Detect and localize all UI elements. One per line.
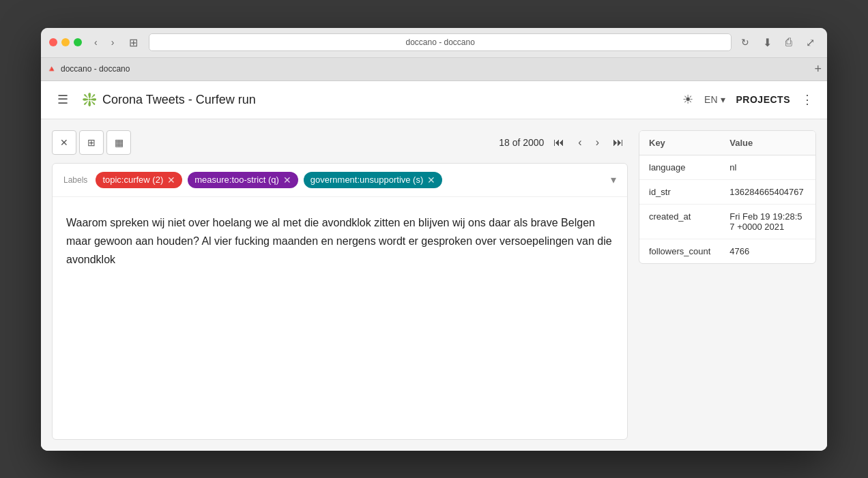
filter-button[interactable]: ⊞ [79, 130, 104, 155]
labels-title: Labels [63, 175, 87, 185]
col-key-header: Key [639, 131, 720, 155]
browser-window: ‹ › ⊞ doccano - doccano ↻ ⬇ ⎙ ⤢ 🔺 doccan… [41, 28, 827, 451]
meta-value-cell: 4766 [720, 239, 815, 263]
app-content: ☰ ❇️ Corona Tweets - Curfew run ☀ EN ▾ P… [41, 81, 827, 451]
label-chip-government: government:unsupportive (s) ✕ [304, 172, 442, 188]
labels-dropdown-button[interactable]: ▾ [611, 173, 616, 186]
meta-key-cell: id_str [639, 179, 720, 204]
traffic-lights [49, 38, 82, 46]
tab-favicon: 🔺 [46, 64, 57, 74]
language-label: EN [704, 94, 717, 105]
main-body: ✕ ⊞ ▦ 18 of 2000 ⏮ ‹ › ⏭ [41, 119, 827, 451]
language-arrow-icon: ▾ [721, 94, 725, 105]
labels-section: Labels topic:curfew (2) ✕ measure:too-st… [53, 164, 627, 197]
metadata-row: created_atFri Feb 19 19:28:57 +0000 2021 [639, 204, 815, 239]
prev-page-button[interactable]: ‹ [574, 134, 585, 151]
last-page-button[interactable]: ⏭ [609, 134, 628, 151]
share-icon-button[interactable]: ⎙ [781, 33, 796, 52]
metadata-row: id_str136284665404767 [639, 179, 815, 204]
metadata-row: languagenl [639, 155, 815, 179]
document-panel: Labels topic:curfew (2) ✕ measure:too-st… [52, 163, 628, 440]
download-icon-button[interactable]: ⬇ [759, 33, 776, 52]
project-title: ❇️ Corona Tweets - Curfew run [82, 92, 256, 107]
toolbar-row: ✕ ⊞ ▦ 18 of 2000 ⏮ ‹ › ⏭ [52, 130, 628, 155]
title-bar: ‹ › ⊞ doccano - doccano ↻ ⬇ ⎙ ⤢ [41, 28, 827, 58]
theme-toggle-icon[interactable]: ☀ [682, 92, 693, 107]
more-options-button[interactable]: ⋮ [801, 92, 813, 107]
title-bar-actions: ⬇ ⎙ ⤢ [759, 33, 819, 52]
meta-value-cell: nl [720, 155, 815, 179]
meta-key-cell: created_at [639, 204, 720, 239]
project-icon: ❇️ [82, 92, 97, 107]
tab-label: doccano - doccano [61, 64, 814, 74]
tab-bar: 🔺 doccano - doccano + [41, 58, 827, 81]
clear-button[interactable]: ✕ [52, 130, 76, 155]
first-page-button[interactable]: ⏮ [549, 134, 568, 151]
reload-button[interactable]: ↻ [737, 34, 753, 50]
left-panel: ✕ ⊞ ▦ 18 of 2000 ⏮ ‹ › ⏭ [52, 130, 628, 440]
chip-remove-1[interactable]: ✕ [167, 175, 175, 185]
language-selector[interactable]: EN ▾ [704, 94, 725, 105]
projects-button[interactable]: PROJECTS [736, 94, 790, 105]
col-value-header: Value [720, 131, 815, 155]
chip-remove-2[interactable]: ✕ [283, 175, 291, 185]
layout-button[interactable]: ▦ [106, 130, 131, 155]
chip-text-2: measure:too-strict (q) [194, 175, 279, 185]
meta-value-cell: 136284665404767 [720, 179, 815, 204]
labels-chips: topic:curfew (2) ✕ measure:too-strict (q… [96, 172, 611, 188]
metadata-row: followers_count4766 [639, 239, 815, 263]
app-header: ☰ ❇️ Corona Tweets - Curfew run ☀ EN ▾ P… [41, 81, 827, 119]
label-chip-topic-curfew: topic:curfew (2) ✕ [96, 172, 182, 188]
chip-text-3: government:unsupportive (s) [310, 175, 423, 185]
next-page-button[interactable]: › [592, 134, 603, 151]
chip-remove-3[interactable]: ✕ [427, 175, 435, 185]
clear-icon: ✕ [60, 137, 68, 148]
address-bar[interactable]: doccano - doccano [149, 33, 732, 51]
close-button[interactable] [49, 38, 57, 46]
project-name: Corona Tweets - Curfew run [102, 93, 256, 107]
label-chip-measure: measure:too-strict (q) ✕ [188, 172, 298, 188]
meta-key-cell: language [639, 155, 720, 179]
header-right: ☀ EN ▾ PROJECTS ⋮ [682, 92, 813, 107]
filter-icon: ⊞ [87, 137, 96, 148]
pagination-info: 18 of 2000 [499, 137, 544, 148]
metadata-table: Key Value languagenlid_str13628466540476… [639, 131, 815, 263]
sidebar-toggle-button[interactable]: ⊞ [124, 33, 143, 52]
new-tab-button[interactable]: + [814, 62, 822, 76]
meta-value-cell: Fri Feb 19 19:28:57 +0000 2021 [720, 204, 815, 239]
chip-text-1: topic:curfew (2) [102, 175, 163, 185]
address-text: doccano - doccano [405, 38, 474, 47]
fullscreen-icon-button[interactable]: ⤢ [802, 33, 819, 52]
hamburger-menu-button[interactable]: ☰ [55, 89, 71, 110]
meta-key-cell: followers_count [639, 239, 720, 263]
forward-button[interactable]: › [107, 34, 119, 50]
document-text: Waarom spreken wij niet over hoelang we … [53, 197, 627, 439]
layout-icon: ▦ [115, 137, 124, 148]
toolbar-left: ✕ ⊞ ▦ [52, 130, 131, 155]
back-button[interactable]: ‹ [90, 34, 102, 50]
metadata-panel: Key Value languagenlid_str13628466540476… [639, 130, 816, 264]
minimize-button[interactable] [61, 38, 70, 46]
toolbar-right: 18 of 2000 ⏮ ‹ › ⏭ [499, 134, 628, 151]
maximize-button[interactable] [74, 38, 82, 46]
